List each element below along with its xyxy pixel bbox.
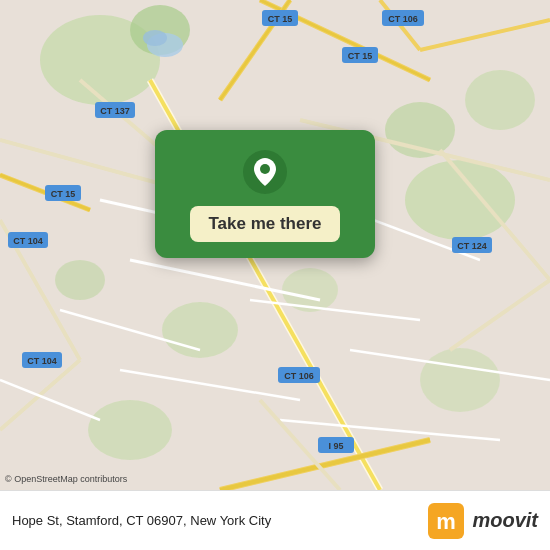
svg-text:CT 104: CT 104 (27, 356, 57, 366)
svg-text:CT 106: CT 106 (284, 371, 314, 381)
svg-text:CT 124: CT 124 (457, 241, 487, 251)
svg-text:CT 106: CT 106 (388, 14, 418, 24)
location-pin-icon (241, 148, 289, 196)
svg-text:I 95: I 95 (328, 441, 343, 451)
svg-text:CT 15: CT 15 (348, 51, 373, 61)
moovit-logo: m moovit (428, 503, 538, 539)
moovit-m-icon: m (428, 503, 464, 539)
moovit-logo-text: moovit (472, 509, 538, 532)
svg-text:CT 15: CT 15 (268, 14, 293, 24)
svg-point-12 (143, 30, 167, 46)
svg-point-8 (420, 348, 500, 412)
bottom-bar: Hope St, Stamford, CT 06907, New York Ci… (0, 490, 550, 550)
map-container: CT 106 CT 15 CT 15 CT 15 CT 137 CT 104 C… (0, 0, 550, 490)
svg-point-65 (260, 164, 270, 174)
svg-text:m: m (437, 509, 457, 534)
svg-point-9 (465, 70, 535, 130)
svg-text:CT 104: CT 104 (13, 236, 43, 246)
address-text: Hope St, Stamford, CT 06907, New York Ci… (12, 513, 420, 528)
take-me-there-button[interactable]: Take me there (190, 206, 339, 242)
svg-point-10 (55, 260, 105, 300)
svg-text:CT 137: CT 137 (100, 106, 130, 116)
svg-text:CT 15: CT 15 (51, 189, 76, 199)
svg-text:© OpenStreetMap contributors: © OpenStreetMap contributors (5, 474, 128, 484)
popup-card: Take me there (155, 130, 375, 258)
svg-point-7 (88, 400, 172, 460)
